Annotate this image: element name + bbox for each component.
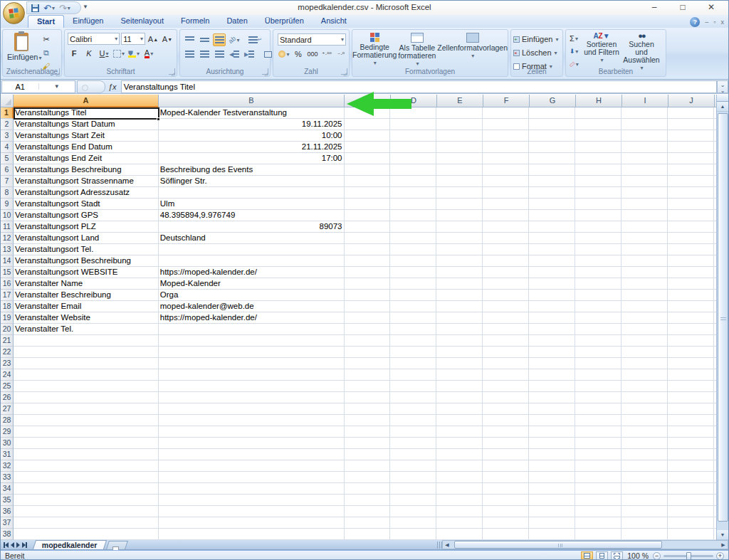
tab-formeln[interactable]: Formeln [172,15,218,28]
align-left-button[interactable] [183,48,196,60]
cell-b[interactable]: moped-kalender@web.de [159,301,345,312]
scroll-left-icon[interactable]: ◀ [443,541,451,549]
row-header[interactable]: 21 [1,335,14,347]
cell-b[interactable]: 89073 [159,221,345,233]
column-header-h[interactable]: H [576,95,622,107]
cell-a[interactable]: Veranstaltungs Beschreibung [14,164,159,176]
sheet-tab-active[interactable]: mopedkalender [33,540,107,549]
currency-button[interactable]: ▾ [278,48,290,60]
cell-b[interactable] [159,415,345,426]
cell-a[interactable] [14,403,159,415]
cell-a[interactable]: Veranstalter Website [14,312,159,324]
font-color-button[interactable]: A▾ [142,47,155,60]
row-header[interactable]: 6 [1,164,14,176]
cut-button[interactable]: ✂ [40,33,53,46]
column-header-a[interactable]: A [14,95,159,107]
cell-a[interactable]: Veranstaltungs Start Zeit [14,130,159,142]
horizontal-scrollbar[interactable]: ◀ ▶ [442,540,728,549]
cell-a[interactable]: Veranstalter Email [14,301,159,312]
paste-button[interactable]: Einfügen▾ [7,33,36,61]
scroll-up-icon[interactable]: ▲ [717,102,728,112]
row-header[interactable]: 33 [1,472,14,483]
tab-start[interactable]: Start [28,15,64,28]
row-header[interactable]: 18 [1,301,14,312]
cell-b[interactable]: Moped-Kalender Testveranstaltung [159,107,345,119]
normal-view-button[interactable] [581,551,593,560]
insert-worksheet-button[interactable] [106,541,128,549]
row-header[interactable]: 4 [1,142,14,153]
orientation-button[interactable]: ab▾ [228,33,241,46]
undo-button[interactable]: ↶▾ [43,3,55,14]
font-name-combo[interactable]: Calibri▾ [68,33,120,45]
cell-b[interactable]: 48.395894,9.976749 [159,210,345,221]
split-box[interactable] [717,95,728,102]
column-header-g[interactable]: G [530,95,576,107]
cell-b[interactable] [159,460,345,472]
delete-cells-button[interactable]: ×Löschen▾ [513,46,560,59]
cell-b[interactable]: Ulm [159,199,345,210]
number-format-combo[interactable]: Standard▾ [278,33,346,46]
row-header[interactable]: 13 [1,244,14,255]
cell-b[interactable] [159,324,345,335]
align-bottom-button[interactable] [213,33,226,46]
cell-b[interactable] [159,472,345,483]
borders-button[interactable]: ▾ [112,47,125,60]
tab-einfügen[interactable]: Einfügen [64,15,112,28]
row-header[interactable]: 23 [1,358,14,369]
cell-a[interactable] [14,529,159,540]
fill-button[interactable]: ⬇▾ [567,45,580,58]
row-header[interactable]: 28 [1,415,14,426]
shrink-font-button[interactable]: A▼ [161,33,174,46]
cell-b[interactable] [159,438,345,449]
cell-a[interactable] [14,483,159,495]
cell-b[interactable] [159,244,345,255]
conditional-formatting-button[interactable]: Bedingte Formatierung▾ [352,33,397,68]
italic-button[interactable]: K [83,47,95,60]
row-header[interactable]: 37 [1,517,14,529]
row-header[interactable]: 26 [1,392,14,403]
row-header[interactable]: 38 [1,529,14,540]
underline-button[interactable]: U▾ [98,47,110,60]
cell-b[interactable] [159,506,345,517]
row-header[interactable]: 32 [1,460,14,472]
redo-button[interactable]: ↷▾ [59,3,70,14]
chevron-down-icon[interactable]: ▼ [38,83,75,90]
cell-b[interactable] [159,426,345,438]
cell-a[interactable] [14,358,159,369]
save-button[interactable] [31,4,39,12]
cell-b[interactable]: https://moped-kalender.de/ [159,267,345,278]
cell-a[interactable]: Veranstalter Beschreibung [14,290,159,301]
increase-decimal-button[interactable]: ⁺·⁰⁰ [320,48,333,60]
insert-function-button[interactable]: ƒx [105,83,121,91]
cell-a[interactable]: Veranstaltungs Start Datum [14,119,159,130]
decrease-indent-button[interactable]: ◀ [228,48,241,60]
cell-a[interactable]: Veranstalter Tel. [14,324,159,335]
zoom-level[interactable]: 100 % [627,551,649,560]
cell-b[interactable] [159,392,345,403]
tab-splitter[interactable] [437,541,442,549]
cell-a[interactable]: Veranstaltungsort WEBSITE [14,267,159,278]
row-header[interactable]: 35 [1,495,14,506]
cell-a[interactable]: Veranstaltungsort Adresszusatz [14,187,159,199]
zoom-out-button[interactable]: − [653,552,661,560]
row-header[interactable]: 22 [1,347,14,358]
qat-customize-button[interactable]: ▼ [83,4,88,10]
name-box[interactable]: A1 ▼ [1,80,75,93]
cell-a[interactable]: Veranstaltungsort PLZ [14,221,159,233]
row-header[interactable]: 31 [1,449,14,460]
vertical-scrollbar[interactable]: ▲ ▼ [716,95,728,540]
insert-cells-button[interactable]: +Einfügen▾ [513,33,560,46]
cell-a[interactable] [14,438,159,449]
dialog-launcher-icon[interactable] [169,68,175,75]
cell-b[interactable] [159,517,345,529]
row-header[interactable]: 17 [1,290,14,301]
fill-handle[interactable] [157,117,160,121]
decrease-decimal-button[interactable]: ⁻·⁰ [335,48,347,60]
cell-b[interactable]: Beschreibung des Events [159,164,345,176]
cell-b[interactable]: Moped-Kalender [159,278,345,290]
window-minimize-button[interactable]: – [640,1,668,14]
grow-font-button[interactable]: A▲ [147,33,159,46]
column-header-b[interactable]: B [159,95,345,107]
row-header[interactable]: 11 [1,221,14,233]
cell-a[interactable] [14,472,159,483]
